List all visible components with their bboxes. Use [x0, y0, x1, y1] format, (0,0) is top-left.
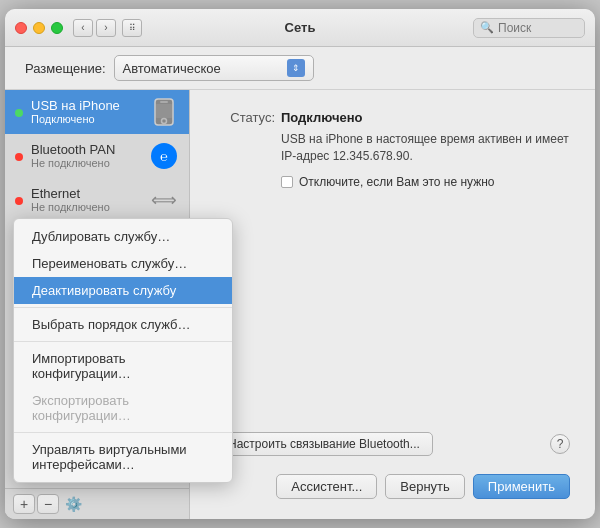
traffic-lights [15, 22, 63, 34]
window: ‹ › ⠿ Сеть 🔍 Размещение: Автоматическое … [5, 9, 595, 519]
status-section: Статус: Подключено USB на iPhone в насто… [215, 110, 570, 189]
sidebar-item-ethernet[interactable]: Ethernet Не подключено ⟺ [5, 178, 189, 222]
remove-network-button[interactable]: − [37, 494, 59, 514]
close-button[interactable] [15, 22, 27, 34]
titlebar: ‹ › ⠿ Сеть 🔍 [5, 9, 595, 47]
network-status: Не подключено [31, 201, 141, 214]
grid-button[interactable]: ⠿ [122, 19, 142, 37]
status-label: Статус: [215, 110, 275, 125]
sidebar: USB на iPhone Подключено [5, 90, 190, 519]
menu-divider-3 [14, 432, 232, 433]
network-status: Подключено [31, 113, 141, 126]
main-content: USB на iPhone Подключено [5, 90, 595, 519]
sidebar-bottom: + − ⚙️ Дублировать службу… Переименовать… [5, 488, 189, 519]
network-name: Ethernet [31, 186, 141, 202]
nav-buttons: ‹ › [73, 19, 116, 37]
dropdown-menu: Дублировать службу… Переименовать службу… [13, 218, 233, 483]
menu-item-reorder[interactable]: Выбрать порядок служб… [14, 311, 232, 338]
placement-label: Размещение: [25, 61, 106, 76]
sidebar-item-bluetooth-pan[interactable]: Bluetooth PAN Не подключено ℮ [5, 134, 189, 178]
status-dot-green [15, 109, 23, 117]
apply-button[interactable]: Применить [473, 474, 570, 499]
search-box[interactable]: 🔍 [473, 18, 585, 38]
network-status: Не подключено [31, 157, 141, 170]
menu-item-duplicate[interactable]: Дублировать службу… [14, 223, 232, 250]
network-name: USB на iPhone [31, 98, 141, 114]
configure-bluetooth-button[interactable]: Настроить связывание Bluetooth... [215, 432, 433, 456]
search-icon: 🔍 [480, 21, 494, 34]
checkbox-row: Отключите, если Вам это не нужно [281, 175, 570, 189]
network-info: Ethernet Не подключено [31, 186, 141, 215]
help-button[interactable]: ? [550, 434, 570, 454]
network-info: USB на iPhone Подключено [31, 98, 141, 127]
spacer [215, 199, 570, 417]
checkbox-label: Отключите, если Вам это не нужно [299, 175, 495, 189]
assistant-button[interactable]: Ассистент... [276, 474, 377, 499]
svg-rect-1 [160, 101, 168, 103]
menu-item-export: Экспортировать конфигурации… [14, 387, 232, 429]
maximize-button[interactable] [51, 22, 63, 34]
window-title: Сеть [285, 20, 316, 35]
minimize-button[interactable] [33, 22, 45, 34]
back-button[interactable]: ‹ [73, 19, 93, 37]
iphone-icon [149, 97, 179, 127]
network-info: Bluetooth PAN Не подключено [31, 142, 141, 171]
menu-item-rename[interactable]: Переименовать службу… [14, 250, 232, 277]
bluetooth-icon: ℮ [149, 141, 179, 171]
ethernet-icon: ⟺ [149, 185, 179, 215]
status-row: Статус: Подключено [215, 110, 570, 125]
network-name: Bluetooth PAN [31, 142, 141, 158]
menu-divider [14, 307, 232, 308]
menu-item-manage[interactable]: Управлять виртуальными интерфейсами… [14, 436, 232, 478]
status-dot-red [15, 197, 23, 205]
gear-menu-button[interactable]: ⚙️ [61, 494, 86, 514]
bottom-row: Настроить связывание Bluetooth... ? [215, 427, 570, 456]
menu-item-deactivate[interactable]: Деактивировать службу [14, 277, 232, 304]
status-dot-red [15, 153, 23, 161]
placement-value: Автоматическое [123, 61, 281, 76]
placement-select[interactable]: Автоматическое ⇕ [114, 55, 314, 81]
action-buttons: Ассистент... Вернуть Применить [215, 474, 570, 499]
menu-item-import[interactable]: Импортировать конфигурации… [14, 345, 232, 387]
toolbar: Размещение: Автоматическое ⇕ [5, 47, 595, 90]
status-description: USB на iPhone в настоящее время активен … [281, 131, 570, 165]
forward-button[interactable]: › [96, 19, 116, 37]
add-network-button[interactable]: + [13, 494, 35, 514]
revert-button[interactable]: Вернуть [385, 474, 465, 499]
search-input[interactable] [498, 21, 578, 35]
right-panel: Статус: Подключено USB на iPhone в насто… [190, 90, 595, 519]
menu-divider-2 [14, 341, 232, 342]
placement-arrow-icon: ⇕ [287, 59, 305, 77]
svg-rect-3 [156, 104, 172, 118]
sidebar-item-usb-iphone[interactable]: USB на iPhone Подключено [5, 90, 189, 134]
disable-checkbox[interactable] [281, 176, 293, 188]
status-value: Подключено [281, 110, 362, 125]
